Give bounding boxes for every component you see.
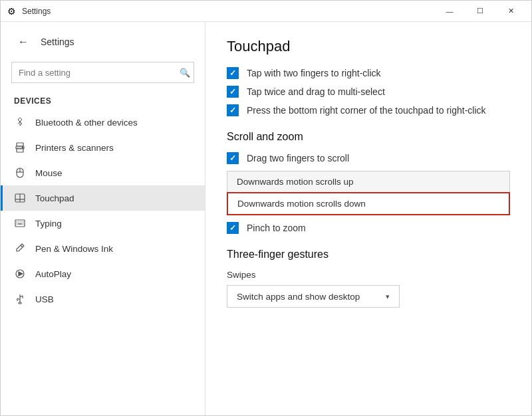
checkbox-drag-scroll-label: Drag two fingers to scroll — [247, 153, 349, 163]
title-bar-left: ⚙ Settings — [6, 6, 434, 17]
page-title: Touchpad — [227, 38, 510, 55]
svg-line-23 — [17, 298, 20, 300]
scroll-zoom-title: Scroll and zoom — [227, 131, 510, 143]
checkbox-tap-multiselect-label: Tap twice and drag to multi-select — [247, 86, 385, 97]
close-button[interactable]: ✕ — [495, 1, 526, 22]
scroll-up-option[interactable]: Downwards motion scrolls up — [227, 171, 510, 192]
chevron-down-icon: ▾ — [386, 292, 390, 301]
window-content: ← Settings 🔍 Devices Bluetooth & other d… — [1, 22, 531, 415]
scroll-down-option[interactable]: Downwards motion scrolls down — [227, 192, 510, 215]
pen-icon — [14, 243, 26, 255]
checkbox-bottom-right-label: Press the bottom right corner of the tou… — [247, 105, 486, 116]
sidebar: ← Settings 🔍 Devices Bluetooth & other d… — [1, 22, 205, 415]
checkbox-row-tap-right-click: Tap with two fingers to right-click — [227, 67, 510, 79]
checkbox-pinch-zoom[interactable] — [227, 222, 239, 234]
checkbox-tap-right-click-label: Tap with two fingers to right-click — [247, 68, 381, 78]
scroll-down-option-label: Downwards motion scrolls down — [237, 199, 366, 209]
sidebar-item-mouse-label: Mouse — [35, 168, 63, 178]
sidebar-item-usb[interactable]: USB — [1, 286, 205, 312]
sidebar-item-usb-label: USB — [35, 294, 54, 304]
title-bar: ⚙ Settings — ☐ ✕ — [1, 1, 531, 22]
svg-rect-25 — [19, 302, 21, 304]
sidebar-item-autoplay[interactable]: AutoPlay — [1, 261, 205, 286]
svg-point-2 — [22, 147, 23, 148]
checkbox-tap-multiselect[interactable] — [227, 86, 239, 98]
touchpad-icon — [14, 192, 26, 204]
typing-icon — [14, 217, 26, 229]
three-finger-title: Three-finger gestures — [227, 249, 510, 260]
sidebar-item-touchpad[interactable]: Touchpad — [1, 185, 205, 211]
svg-marker-19 — [19, 272, 23, 276]
printer-icon — [14, 142, 26, 154]
search-input[interactable] — [11, 62, 194, 83]
scroll-up-option-label: Downwards motion scrolls up — [237, 177, 354, 187]
swipes-dropdown-value: Switch apps and show desktop — [237, 292, 360, 302]
sidebar-item-printers[interactable]: Printers & scanners — [1, 135, 205, 160]
sidebar-item-pen-label: Pen & Windows Ink — [35, 244, 113, 254]
svg-line-17 — [21, 245, 23, 247]
checkbox-row-drag-scroll: Drag two fingers to scroll — [227, 152, 510, 164]
search-icon-button[interactable]: 🔍 — [180, 68, 190, 78]
svg-rect-9 — [15, 220, 25, 227]
main-content: Touchpad Tap with two fingers to right-c… — [205, 22, 531, 415]
sidebar-item-typing[interactable]: Typing — [1, 211, 205, 236]
devices-label: Devices — [1, 91, 205, 110]
sidebar-item-touchpad-label: Touchpad — [35, 193, 74, 203]
swipes-label: Swipes — [227, 270, 510, 280]
sidebar-item-bluetooth-label: Bluetooth & other devices — [35, 118, 138, 128]
scroll-direction-group: Downwards motion scrolls up Downwards mo… — [227, 171, 510, 215]
checkbox-drag-scroll[interactable] — [227, 152, 239, 164]
settings-app-icon: ⚙ — [6, 6, 17, 17]
bluetooth-icon — [14, 116, 26, 128]
title-bar-text: Settings — [22, 7, 51, 16]
autoplay-icon — [14, 268, 26, 280]
sidebar-item-autoplay-label: AutoPlay — [35, 269, 71, 279]
maximize-button[interactable]: ☐ — [465, 1, 495, 22]
svg-rect-0 — [17, 143, 23, 146]
title-bar-controls: — ☐ ✕ — [434, 1, 526, 22]
swipes-dropdown[interactable]: Switch apps and show desktop ▾ — [227, 285, 400, 308]
sidebar-item-printers-label: Printers & scanners — [35, 143, 114, 153]
minimize-button[interactable]: — — [434, 1, 465, 22]
sidebar-item-mouse[interactable]: Mouse — [1, 160, 205, 185]
checkbox-tap-right-click[interactable] — [227, 67, 239, 79]
sidebar-item-pen[interactable]: Pen & Windows Ink — [1, 236, 205, 261]
checkbox-bottom-right[interactable] — [227, 104, 239, 116]
mouse-icon — [14, 167, 26, 179]
sidebar-app-title: Settings — [41, 37, 74, 47]
usb-icon — [14, 293, 26, 305]
settings-window: ⚙ Settings — ☐ ✕ ← Settings 🔍 Devices — [0, 0, 532, 416]
sidebar-item-typing-label: Typing — [35, 219, 62, 229]
checkbox-pinch-zoom-label: Pinch to zoom — [247, 223, 306, 233]
search-box: 🔍 — [11, 62, 194, 83]
checkbox-row-pinch-zoom: Pinch to zoom — [227, 222, 510, 234]
checkbox-row-bottom-right: Press the bottom right corner of the tou… — [227, 104, 510, 116]
checkbox-row-tap-multiselect: Tap twice and drag to multi-select — [227, 86, 510, 98]
sidebar-item-bluetooth[interactable]: Bluetooth & other devices — [1, 110, 205, 135]
sidebar-header: ← Settings — [1, 22, 205, 56]
back-button[interactable]: ← — [14, 33, 33, 51]
